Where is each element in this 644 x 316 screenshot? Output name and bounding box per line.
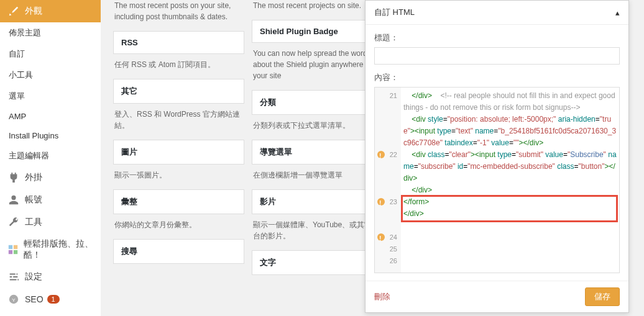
label-title: 標題： [374, 32, 620, 43]
admin-sidebar: 外觀 佈景主題 自訂 小工具 選單 AMP Install Plugins 主題… [0, 0, 101, 316]
sidebar-sub-editor[interactable]: 主題編輯器 [0, 145, 101, 166]
layout-icon [7, 243, 19, 256]
sidebar-sub-amp[interactable]: AMP [0, 107, 101, 126]
sidebar-item-tools[interactable]: 工具 [0, 211, 101, 233]
title-input[interactable] [374, 47, 620, 65]
sidebar-item-appearance[interactable]: 外觀 [0, 0, 101, 22]
seo-icon: Y [7, 293, 20, 305]
sidebar-sub-install-plugins[interactable]: Install Plugins [0, 126, 101, 145]
widget-column-1: The most recent posts on your site, incl… [113, 0, 252, 316]
widget-other[interactable]: 其它 [113, 79, 244, 104]
delete-link[interactable]: 刪除 [374, 291, 390, 302]
user-icon [7, 194, 20, 206]
sidebar-sub-menus[interactable]: 選單 [0, 86, 101, 107]
label-content: 內容： [374, 72, 620, 83]
svg-text:Y: Y [12, 297, 16, 303]
sidebar-sub-widgets[interactable]: 小工具 [0, 65, 101, 86]
sidebar-item-plugins[interactable]: 外掛 [0, 166, 101, 189]
sidebar-sub-customize[interactable]: 自訂 [0, 43, 101, 65]
widget-edit-panel: 自訂 HTML ▴ 標題： 內容： 21 22 23 24 25 26 </di… [365, 0, 629, 313]
brush-icon [7, 5, 20, 17]
sidebar-item-mailchimp[interactable]: MailChimp for WP [0, 310, 101, 316]
sidebar-item-seo[interactable]: YSEO1 [0, 288, 101, 310]
badge: 1 [47, 295, 60, 304]
panel-title: 自訂 HTML [374, 7, 415, 18]
widget-archive[interactable]: 彙整 [113, 189, 244, 214]
svg-rect-1 [14, 245, 17, 249]
svg-rect-2 [9, 250, 12, 254]
panel-header[interactable]: 自訂 HTML ▴ [366, 1, 628, 25]
widget-text[interactable]: 文字 [252, 250, 383, 275]
plug-icon [7, 171, 20, 184]
svg-rect-0 [9, 245, 12, 249]
svg-rect-3 [14, 250, 17, 254]
widget-shield[interactable]: Shield Plugin Badge [252, 20, 383, 43]
widget-search[interactable]: 搜尋 [113, 239, 244, 264]
save-button[interactable]: 儲存 [585, 287, 620, 306]
sidebar-item-settings[interactable]: 設定 [0, 266, 101, 288]
sidebar-item-users[interactable]: 帳號 [0, 189, 101, 211]
sidebar-item-builder[interactable]: 輕鬆排版拖、拉、酷！ [0, 233, 101, 266]
widget-navmenu[interactable]: 導覽選單 [252, 140, 383, 165]
widget-image[interactable]: 圖片 [113, 140, 244, 165]
widget-categories[interactable]: 分類 [252, 90, 383, 115]
sidebar-label: 外觀 [25, 6, 42, 17]
collapse-icon[interactable]: ▴ [615, 8, 620, 17]
gutter: 21 22 23 24 25 26 [375, 88, 401, 273]
widget-rss[interactable]: RSS [113, 31, 244, 54]
wrench-icon [7, 216, 20, 228]
code-editor[interactable]: 21 22 23 24 25 26 </div> <!-- real peopl… [374, 87, 620, 273]
code-lines: </div> <!-- real people should not fill … [403, 90, 617, 220]
sliders-icon [7, 271, 20, 283]
widget-video[interactable]: 影片 [252, 189, 383, 214]
sidebar-sub-themes[interactable]: 佈景主題 [0, 22, 101, 43]
widget-desc: The most recent posts on your site, incl… [113, 0, 244, 31]
